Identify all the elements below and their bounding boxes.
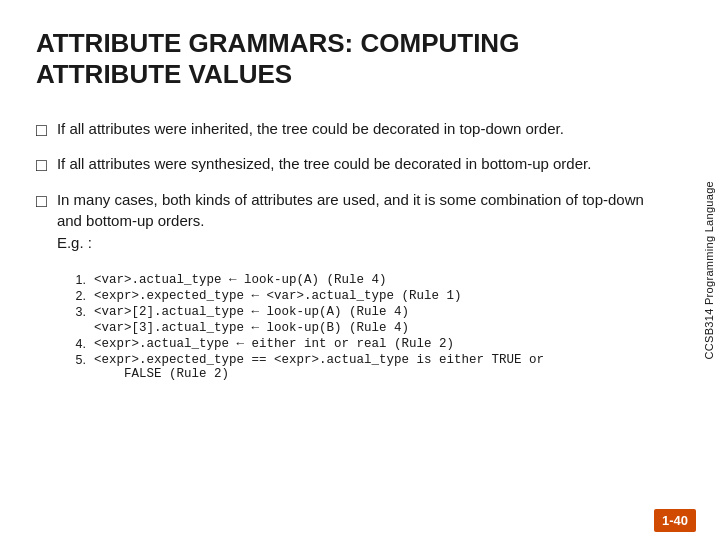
- code-line-5: <expr>.expected_type == <expr>.actual_ty…: [94, 352, 548, 382]
- title-line2: ATTRIBUTE VALUES: [36, 59, 292, 89]
- code-line-2: <expr>.expected_type ← <var>.actual_type…: [94, 288, 548, 304]
- sidebar-text: CCSB314 Programming Language: [703, 181, 715, 359]
- code-num-1: 1.: [72, 272, 94, 288]
- page-title: ATTRIBUTE GRAMMARS: COMPUTING ATTRIBUTE …: [36, 28, 644, 90]
- code-row-5: 5. <expr>.expected_type == <expr>.actual…: [72, 352, 548, 382]
- code-line-3: <var>[2].actual_type ← look-up(A) (Rule …: [94, 304, 548, 320]
- code-row-3b: <var>[3].actual_type ← look-up(B) (Rule …: [72, 320, 548, 336]
- main-content: ATTRIBUTE GRAMMARS: COMPUTING ATTRIBUTE …: [0, 0, 680, 402]
- code-line-3b: <var>[3].actual_type ← look-up(B) (Rule …: [94, 320, 548, 336]
- code-row-2: 2. <expr>.expected_type ← <var>.actual_t…: [72, 288, 548, 304]
- bullet-item-1: □ If all attributes were inherited, the …: [36, 118, 644, 143]
- code-table: 1. <var>.actual_type ← look-up(A) (Rule …: [72, 272, 548, 382]
- bullet-item-2: □ If all attributes were synthesized, th…: [36, 153, 644, 178]
- page-badge: 1-40: [654, 509, 696, 532]
- code-num-2: 2.: [72, 288, 94, 304]
- code-line-1: <var>.actual_type ← look-up(A) (Rule 4): [94, 272, 548, 288]
- bullet-item-3: □ In many cases, both kinds of attribute…: [36, 189, 644, 254]
- code-num-3b: [72, 320, 94, 336]
- bullet-symbol-2: □: [36, 152, 47, 178]
- code-num-3: 3.: [72, 304, 94, 320]
- bullet-list: □ If all attributes were inherited, the …: [36, 118, 644, 253]
- bullet-text-2: If all attributes were synthesized, the …: [57, 153, 591, 175]
- code-num-4: 4.: [72, 336, 94, 352]
- code-row-3: 3. <var>[2].actual_type ← look-up(A) (Ru…: [72, 304, 548, 320]
- bullet-text-1: If all attributes were inherited, the tr…: [57, 118, 564, 140]
- code-line-4: <expr>.actual_type ← either int or real …: [94, 336, 548, 352]
- bullet-text-3: In many cases, both kinds of attributes …: [57, 189, 644, 254]
- code-row-4: 4. <expr>.actual_type ← either int or re…: [72, 336, 548, 352]
- sidebar-label: CCSB314 Programming Language: [698, 0, 720, 540]
- title-line1: ATTRIBUTE GRAMMARS: COMPUTING: [36, 28, 519, 58]
- bullet-symbol-3: □: [36, 188, 47, 214]
- bullet-symbol-1: □: [36, 117, 47, 143]
- code-row-1: 1. <var>.actual_type ← look-up(A) (Rule …: [72, 272, 548, 288]
- code-num-5: 5.: [72, 352, 94, 382]
